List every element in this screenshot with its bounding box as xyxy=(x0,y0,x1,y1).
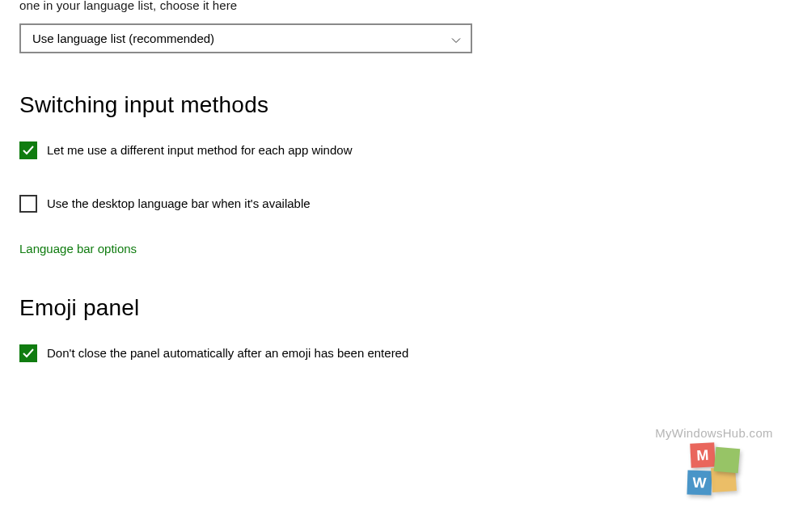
different-input-per-app-label[interactable]: Let me use a different input method for … xyxy=(47,141,352,160)
checkmark-icon xyxy=(22,347,35,360)
emoji-panel-heading: Emoji panel xyxy=(19,295,807,321)
desktop-language-bar-label[interactable]: Use the desktop language bar when it's a… xyxy=(47,194,311,213)
switching-input-methods-heading: Switching input methods xyxy=(19,92,807,118)
checkmark-icon xyxy=(22,144,35,157)
different-input-per-app-checkbox[interactable] xyxy=(19,141,37,159)
chevron-down-icon xyxy=(451,34,461,44)
logo-tile-w: W xyxy=(687,470,712,495)
logo-tile-y xyxy=(714,447,741,474)
desktop-language-bar-checkbox[interactable] xyxy=(19,195,37,213)
watermark-text: MyWindowsHub.com xyxy=(653,426,775,440)
override-language-dropdown[interactable]: Use language list (recommended) xyxy=(19,23,472,53)
intro-text-partial: one in your language list, choose it her… xyxy=(19,0,807,12)
dont-close-emoji-panel-checkbox[interactable] xyxy=(19,344,37,362)
logo-tile-m: M xyxy=(690,442,716,468)
watermark-logo: M W xyxy=(686,443,742,500)
language-bar-options-link[interactable]: Language bar options xyxy=(19,242,137,255)
watermark: MyWindowsHub.com M W xyxy=(653,426,775,500)
dropdown-selected-text: Use language list (recommended) xyxy=(32,32,214,45)
dont-close-emoji-panel-label[interactable]: Don't close the panel automatically afte… xyxy=(47,344,408,363)
